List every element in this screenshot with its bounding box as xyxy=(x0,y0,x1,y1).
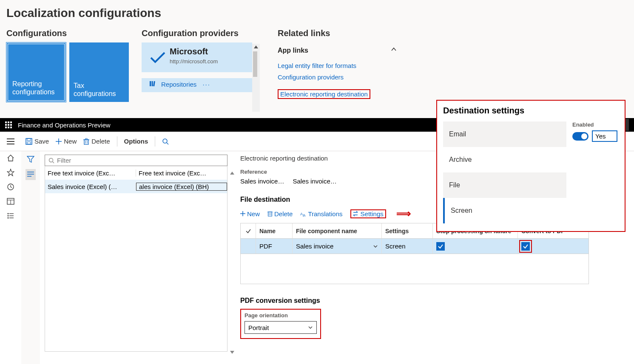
app-links-heading: App links xyxy=(278,47,308,54)
list-lines-icon[interactable] xyxy=(26,169,36,180)
repositories-icon xyxy=(149,81,155,88)
tile-tax-configurations[interactable]: Tax configurations xyxy=(69,42,129,102)
fd-delete-label: Delete xyxy=(274,210,293,217)
cell-component-text: Sales invoice xyxy=(296,243,333,250)
provider-url: http://microsoft.com xyxy=(170,58,245,65)
repositories-link[interactable]: Repositories xyxy=(161,81,196,88)
col-component[interactable]: File component name xyxy=(293,223,382,238)
provider-card[interactable]: Microsoft http://microsoft.com xyxy=(142,42,252,72)
svg-point-24 xyxy=(8,213,9,214)
chevron-down-icon xyxy=(308,325,313,330)
cell-name[interactable]: PDF xyxy=(256,239,293,254)
search-icon xyxy=(48,158,54,164)
dest-tab-archive[interactable]: Archive xyxy=(443,147,566,172)
checkbox-checked-icon[interactable] xyxy=(436,242,445,251)
translations-icon: Aあ xyxy=(300,211,306,217)
cell-stop[interactable] xyxy=(433,239,518,254)
row-select[interactable] xyxy=(241,239,256,254)
workspace-icon[interactable] xyxy=(6,197,15,206)
tile-reporting-configurations[interactable]: Reporting configurations xyxy=(6,42,66,102)
link-configuration-providers[interactable]: Configuration providers xyxy=(278,73,397,81)
trash-icon xyxy=(83,138,89,145)
svg-text:あ: あ xyxy=(303,214,306,217)
reference-value: Sales invoice… xyxy=(293,178,336,185)
scrollbar[interactable] xyxy=(228,170,236,356)
search-icon xyxy=(162,138,169,145)
modules-icon[interactable] xyxy=(6,212,15,220)
cell-settings[interactable]: Screen xyxy=(382,239,433,254)
svg-line-19 xyxy=(167,143,168,144)
filter-input[interactable] xyxy=(57,157,224,164)
config-row[interactable]: Sales invoice (Excel) (… ales invoice (E… xyxy=(45,180,227,193)
config-cell: Sales invoice (Excel) (… xyxy=(45,183,136,190)
dest-tab-screen[interactable]: Screen xyxy=(443,198,566,223)
col-select[interactable] xyxy=(241,223,256,238)
provider-name: Microsoft xyxy=(170,47,245,56)
checkmark-icon xyxy=(149,47,166,68)
dest-tab-email[interactable]: Email xyxy=(443,121,566,147)
home-icon[interactable] xyxy=(6,154,15,162)
config-cell: Free text invoice (Exc… xyxy=(45,169,136,177)
tile-label: Reporting configurations xyxy=(12,80,55,96)
fd-new-button[interactable]: New xyxy=(240,210,260,217)
page-orientation-value: Portrait xyxy=(248,324,269,331)
config-row[interactable]: Free text invoice (Exc… Free text invoic… xyxy=(45,166,227,180)
fd-settings-label: Settings xyxy=(361,210,384,217)
recent-icon[interactable] xyxy=(6,183,15,191)
col-settings[interactable]: Settings xyxy=(382,223,433,238)
star-icon[interactable] xyxy=(6,168,15,177)
page-orientation-select[interactable]: Portrait xyxy=(245,321,317,334)
table-row[interactable]: PDF Sales invoice Screen xyxy=(241,239,589,254)
destination-settings-title: Destination settings xyxy=(443,106,619,116)
fd-translations-label: Translations xyxy=(308,210,342,217)
enabled-toggle[interactable] xyxy=(572,132,589,141)
app-name: Finance and Operations Preview xyxy=(18,121,111,129)
save-label: Save xyxy=(34,138,49,145)
svg-point-33 xyxy=(49,158,53,162)
fd-new-label: New xyxy=(247,210,260,217)
svg-rect-17 xyxy=(85,138,87,140)
scrollbar[interactable] xyxy=(252,44,260,112)
providers-heading: Configuration providers xyxy=(142,28,252,38)
svg-rect-0 xyxy=(150,81,151,86)
funnel-icon[interactable] xyxy=(27,155,34,165)
fd-settings-button[interactable]: Settings xyxy=(350,209,386,218)
col-name[interactable]: Name xyxy=(256,223,293,238)
filter-input-wrap[interactable] xyxy=(45,155,227,166)
new-label: New xyxy=(64,138,77,145)
save-button[interactable]: Save xyxy=(26,138,49,145)
delete-button[interactable]: Delete xyxy=(83,138,110,145)
new-button[interactable]: New xyxy=(56,138,77,145)
svg-point-26 xyxy=(8,215,9,217)
options-button[interactable]: Options xyxy=(124,138,148,145)
link-legal-entity-filter[interactable]: Legal entity filter for formats xyxy=(278,62,397,69)
link-electronic-reporting-destination[interactable]: Electronic reporting destination xyxy=(278,89,370,99)
more-icon[interactable]: ··· xyxy=(202,81,210,88)
cell-component[interactable]: Sales invoice xyxy=(293,239,382,254)
options-label: Options xyxy=(124,138,148,145)
toolbar-search-button[interactable] xyxy=(162,138,169,145)
svg-rect-10 xyxy=(27,142,31,144)
waffle-icon[interactable] xyxy=(5,121,12,128)
svg-point-28 xyxy=(8,217,9,219)
fd-delete-button[interactable]: Delete xyxy=(267,210,293,217)
config-cell: Free text invoice (Exc… xyxy=(136,169,227,177)
svg-rect-8 xyxy=(26,138,32,144)
dest-tab-file[interactable]: File xyxy=(443,172,566,198)
related-links-heading: Related links xyxy=(278,28,397,38)
svg-rect-37 xyxy=(268,212,272,216)
swap-icon xyxy=(353,211,359,217)
enabled-label: Enabled xyxy=(572,121,619,128)
checkbox-checked-icon[interactable] xyxy=(521,242,530,251)
hamburger-icon[interactable] xyxy=(0,132,21,151)
cell-pdf[interactable] xyxy=(518,239,586,254)
page-title: Localization configurations xyxy=(6,6,628,20)
page-orientation-label: Page orientation xyxy=(245,312,317,319)
enabled-value: Yes xyxy=(592,130,617,142)
chevron-down-icon xyxy=(373,244,378,249)
svg-rect-13 xyxy=(84,140,88,144)
destination-settings-panel: Destination settings Email Archive File … xyxy=(436,100,625,232)
svg-point-18 xyxy=(163,139,167,143)
fd-translations-button[interactable]: Aあ Translations xyxy=(300,210,342,217)
chevron-up-icon[interactable] xyxy=(391,46,397,54)
